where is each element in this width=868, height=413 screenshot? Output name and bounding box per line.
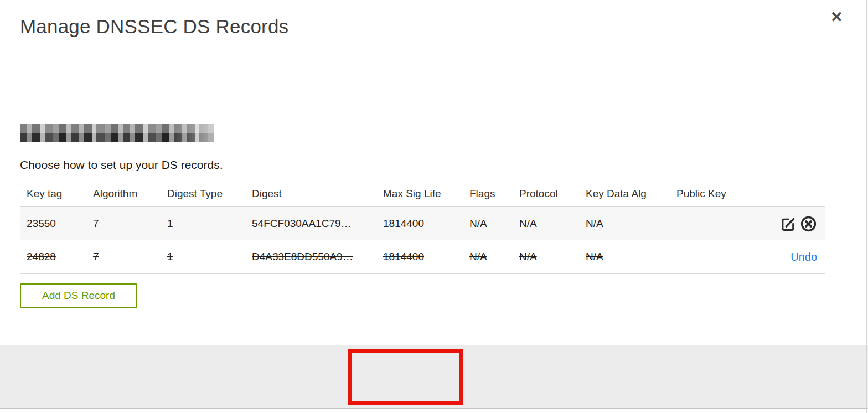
- cell-algorithm: 7: [93, 251, 167, 263]
- add-ds-record-button[interactable]: Add DS Record: [20, 283, 137, 308]
- table-row-active: 23550 7 1 54FCF030AA1C79… 1814400 N/A N/…: [20, 206, 825, 240]
- col-header-key-tag: Key tag: [27, 188, 93, 200]
- row-actions: [760, 215, 817, 233]
- col-header-digest: Digest: [252, 188, 383, 200]
- cell-key-data-alg: N/A: [586, 251, 676, 263]
- cell-max-sig-life: 1814400: [383, 218, 469, 230]
- ds-records-table: Key tag Algorithm Digest Type Digest Max…: [20, 180, 825, 274]
- cell-key-tag: 23550: [27, 218, 93, 230]
- instruction-text: Choose how to set up your DS records.: [20, 158, 223, 172]
- row-actions: Undo: [760, 251, 817, 264]
- delete-record-icon[interactable]: [800, 215, 817, 233]
- page-title: Manage DNSSEC DS Records: [20, 16, 288, 38]
- cell-digest-type: 1: [167, 218, 252, 230]
- cell-protocol: N/A: [519, 218, 586, 230]
- close-icon[interactable]: ✕: [830, 10, 843, 25]
- col-header-algorithm: Algorithm: [93, 188, 167, 200]
- cell-algorithm: 7: [93, 218, 167, 230]
- table-row-marked-for-deletion: 24828 7 1 D4A33E8DD550A9… 1814400 N/A N/…: [20, 240, 825, 274]
- col-header-digest-type: Digest Type: [167, 188, 252, 200]
- cell-flags: N/A: [469, 218, 519, 230]
- cell-digest-type: 1: [167, 251, 252, 263]
- table-header-row: Key tag Algorithm Digest Type Digest Max…: [20, 180, 825, 206]
- col-header-public-key: Public Key: [676, 188, 760, 200]
- cell-protocol: N/A: [519, 251, 586, 263]
- col-header-key-data-alg: Key Data Alg: [586, 188, 676, 200]
- cell-digest: 54FCF030AA1C79…: [252, 218, 383, 230]
- edit-record-icon[interactable]: [780, 215, 797, 233]
- dialog-footer: Save Cancel: [0, 345, 868, 409]
- col-header-max-sig-life: Max Sig Life: [383, 188, 469, 200]
- cell-flags: N/A: [469, 251, 519, 263]
- col-header-protocol: Protocol: [519, 188, 586, 200]
- undo-link[interactable]: Undo: [790, 251, 817, 264]
- col-header-flags: Flags: [469, 188, 519, 200]
- manage-dnssec-dialog: Manage DNSSEC DS Records ✕ Choose how to…: [0, 0, 868, 413]
- cell-max-sig-life: 1814400: [383, 251, 469, 263]
- redacted-domain-name: [20, 124, 214, 142]
- cell-key-data-alg: N/A: [586, 218, 676, 230]
- cell-digest: D4A33E8DD550A9…: [252, 251, 383, 263]
- cell-key-tag: 24828: [27, 251, 93, 263]
